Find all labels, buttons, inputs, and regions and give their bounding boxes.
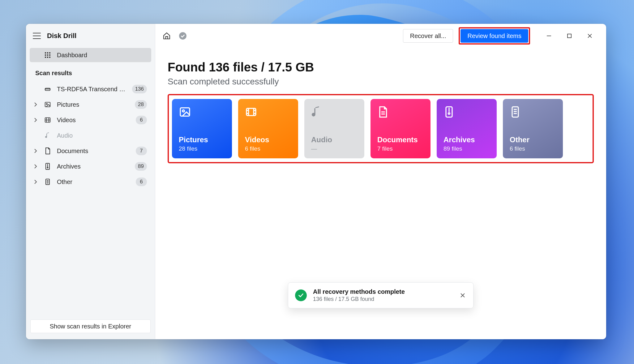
card-subtitle: 6 files xyxy=(245,145,291,152)
nav-label: TS-RDF5A Transcend US... xyxy=(57,86,126,93)
svg-point-19 xyxy=(47,167,48,168)
card-title: Videos xyxy=(245,135,291,144)
menu-icon[interactable] xyxy=(33,33,41,39)
show-in-explorer-button[interactable]: Show scan results in Explorer xyxy=(30,319,151,333)
nav-label: Dashboard xyxy=(57,52,147,59)
chevron-right-icon xyxy=(34,102,38,107)
image-icon xyxy=(44,101,51,108)
results-subline: Scan completed successfully xyxy=(168,77,594,87)
count-badge: 136 xyxy=(132,85,147,93)
card-title: Audio xyxy=(311,135,358,144)
image-icon xyxy=(179,106,191,118)
category-cards: Pictures 28 files Videos 6 files xyxy=(172,99,589,158)
nav-audio[interactable]: Audio xyxy=(30,128,151,143)
drive-icon xyxy=(44,85,51,93)
toast-subtitle: 136 files / 17.5 GB found xyxy=(313,296,453,302)
check-badge-icon[interactable] xyxy=(178,31,188,41)
svg-rect-2 xyxy=(49,52,50,54)
file-icon xyxy=(510,106,522,118)
card-subtitle: — xyxy=(311,145,358,152)
nav-label: Pictures xyxy=(57,101,129,108)
count-badge: 7 xyxy=(136,147,147,155)
toast-title: All recovery methods complete xyxy=(313,288,453,295)
svg-rect-4 xyxy=(47,54,48,56)
nav-documents[interactable]: Documents 7 xyxy=(30,144,151,158)
film-icon xyxy=(245,106,257,118)
svg-point-12 xyxy=(46,103,47,105)
svg-rect-29 xyxy=(180,108,190,116)
card-subtitle: 28 files xyxy=(179,145,225,152)
card-pictures[interactable]: Pictures 28 files xyxy=(172,99,232,158)
nav-archives[interactable]: Archives 89 xyxy=(30,159,151,173)
film-icon xyxy=(44,116,51,124)
card-subtitle: 89 files xyxy=(443,145,490,152)
chevron-right-icon xyxy=(34,180,38,184)
home-icon[interactable] xyxy=(161,31,172,41)
highlight-annotation: Review found items xyxy=(459,27,530,45)
archive-icon xyxy=(443,106,456,118)
svg-rect-9 xyxy=(45,88,50,90)
count-badge: 6 xyxy=(136,116,147,124)
nav-device[interactable]: TS-RDF5A Transcend US... 136 xyxy=(30,82,151,96)
nav-label: Documents xyxy=(57,148,130,155)
svg-rect-7 xyxy=(47,57,48,58)
svg-rect-5 xyxy=(49,54,50,56)
card-title: Archives xyxy=(443,135,490,144)
svg-rect-26 xyxy=(568,34,571,38)
nav-videos[interactable]: Videos 6 xyxy=(30,113,151,127)
window-close-icon[interactable] xyxy=(585,31,594,41)
count-badge: 89 xyxy=(135,162,147,171)
svg-point-24 xyxy=(179,32,186,40)
card-other[interactable]: Other 6 files xyxy=(503,99,563,158)
card-subtitle: 7 files xyxy=(377,145,424,152)
review-found-items-button[interactable]: Review found items xyxy=(461,29,528,43)
svg-rect-31 xyxy=(246,108,256,115)
svg-rect-8 xyxy=(49,57,50,58)
svg-rect-6 xyxy=(45,57,46,58)
grid-icon xyxy=(44,51,51,59)
card-audio: Audio — xyxy=(304,99,364,158)
svg-rect-11 xyxy=(45,102,50,107)
svg-rect-1 xyxy=(47,52,48,54)
nav-heading-scan-results: Scan results xyxy=(30,66,151,80)
close-icon[interactable] xyxy=(459,292,466,299)
card-title: Pictures xyxy=(179,135,225,144)
chevron-right-icon xyxy=(34,149,38,153)
card-subtitle: 6 files xyxy=(510,145,556,152)
svg-rect-0 xyxy=(45,52,46,54)
svg-point-30 xyxy=(182,110,185,112)
window-minimize-icon[interactable] xyxy=(544,31,554,41)
sidebar: Disk Drill Dashboard Scan results TS-RDF… xyxy=(26,24,155,339)
svg-rect-3 xyxy=(45,54,46,56)
nav-label: Other xyxy=(57,178,130,186)
app-title: Disk Drill xyxy=(47,32,76,40)
file-icon xyxy=(44,178,51,186)
card-archives[interactable]: Archives 89 files xyxy=(437,99,497,158)
music-note-icon xyxy=(44,132,51,139)
nav-label: Archives xyxy=(57,163,129,170)
main-panel: Recover all... Review found items Found … xyxy=(155,24,606,339)
nav-dashboard[interactable]: Dashboard xyxy=(30,48,151,62)
nav-other[interactable]: Other 6 xyxy=(30,175,151,189)
chevron-right-icon xyxy=(34,118,38,122)
toast-notification: All recovery methods complete 136 files … xyxy=(288,282,473,308)
count-badge: 28 xyxy=(135,100,147,109)
nav-label: Videos xyxy=(57,117,130,124)
check-circle-icon xyxy=(295,289,307,301)
archive-icon xyxy=(44,163,51,170)
results-headline: Found 136 files / 17.5 GB xyxy=(168,60,594,74)
card-title: Other xyxy=(510,135,556,144)
nav-label: Audio xyxy=(57,132,147,139)
nav-pictures[interactable]: Pictures 28 xyxy=(30,97,151,112)
count-badge: 6 xyxy=(136,178,147,186)
recover-all-button[interactable]: Recover all... xyxy=(403,29,453,43)
app-window: Disk Drill Dashboard Scan results TS-RDF… xyxy=(26,24,606,339)
toolbar: Recover all... Review found items xyxy=(155,24,606,48)
card-title: Documents xyxy=(377,135,424,144)
document-icon xyxy=(377,106,390,118)
card-documents[interactable]: Documents 7 files xyxy=(371,99,431,158)
music-note-icon xyxy=(311,106,323,118)
window-maximize-icon[interactable] xyxy=(565,31,574,41)
chevron-right-icon xyxy=(34,164,38,169)
card-videos[interactable]: Videos 6 files xyxy=(238,99,298,158)
